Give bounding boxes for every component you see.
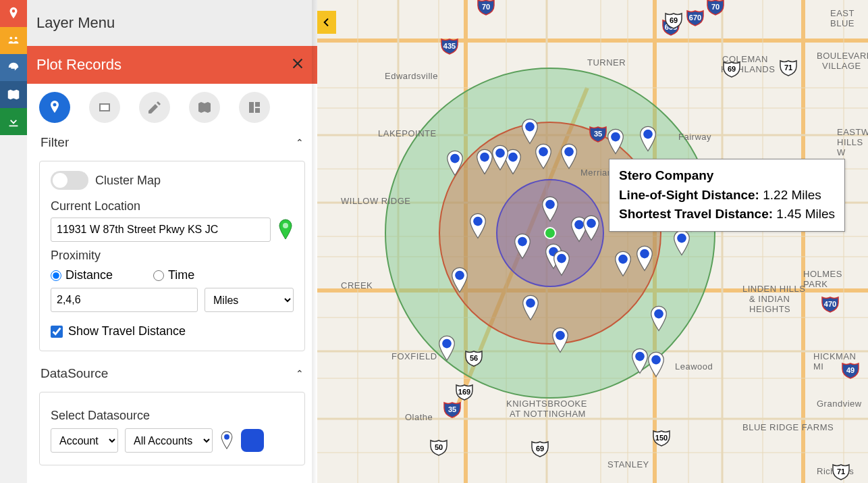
highway-badge-icon: 150 bbox=[652, 428, 671, 447]
tool-grid[interactable] bbox=[239, 92, 270, 123]
datasource-color-swatch[interactable] bbox=[241, 429, 264, 452]
map-pin[interactable] bbox=[649, 305, 669, 332]
sidebar-tab-strip bbox=[0, 0, 27, 483]
current-location-label: Current Location bbox=[51, 199, 294, 213]
svg-text:70: 70 bbox=[711, 3, 720, 11]
svg-text:69: 69 bbox=[536, 444, 544, 453]
svg-point-42 bbox=[526, 299, 535, 308]
plot-records-header: Plot Records bbox=[27, 46, 317, 84]
svg-point-48 bbox=[618, 255, 628, 264]
close-button[interactable] bbox=[290, 56, 305, 74]
map-pin[interactable] bbox=[638, 126, 658, 153]
highway-badge-icon: 670 bbox=[686, 8, 705, 27]
sidebar-tab-territory[interactable] bbox=[0, 81, 27, 108]
info-trv-key: Shortest Travel Distance: bbox=[619, 207, 773, 221]
map-pin[interactable] bbox=[520, 118, 540, 145]
sidebar-tab-direction[interactable] bbox=[0, 54, 27, 81]
tool-pin[interactable] bbox=[39, 92, 70, 123]
tool-draw[interactable] bbox=[139, 92, 170, 123]
map-pin[interactable] bbox=[550, 327, 570, 354]
svg-point-59 bbox=[455, 271, 464, 280]
map-pin[interactable] bbox=[490, 145, 510, 172]
map-pin[interactable] bbox=[605, 128, 626, 155]
svg-point-0 bbox=[10, 37, 13, 40]
svg-point-33 bbox=[525, 122, 535, 132]
map-pin[interactable] bbox=[540, 196, 560, 223]
highway-badge-icon: 35 bbox=[443, 400, 462, 419]
current-location-marker bbox=[544, 227, 556, 239]
svg-text:35: 35 bbox=[448, 405, 456, 413]
layer-menu-title: Layer Menu bbox=[36, 14, 115, 32]
highway-badge-icon: 169 bbox=[455, 382, 474, 401]
svg-text:56: 56 bbox=[470, 354, 478, 362]
map-pin[interactable] bbox=[551, 250, 572, 277]
time-radio-input[interactable] bbox=[153, 270, 164, 281]
territory-icon bbox=[196, 99, 213, 116]
map-canvas[interactable]: EdwardsvilleTURNERCOLEMANHIGHLANDSBOULEV… bbox=[317, 0, 868, 483]
proximity-label: Proximity bbox=[51, 249, 294, 263]
svg-point-55 bbox=[677, 234, 686, 243]
map-pin[interactable] bbox=[445, 150, 465, 177]
sidebar-tab-download[interactable] bbox=[0, 108, 27, 135]
chevron-up-icon: ⌃ bbox=[296, 368, 304, 379]
map-pin[interactable] bbox=[646, 351, 666, 378]
distance-values-input[interactable] bbox=[51, 288, 198, 312]
svg-text:71: 71 bbox=[784, 63, 792, 72]
svg-point-1 bbox=[15, 37, 18, 40]
map-pin[interactable] bbox=[533, 143, 553, 170]
info-trv-val: 1.45 Miles bbox=[773, 207, 835, 221]
show-travel-label: Show Travel Distance bbox=[68, 324, 186, 338]
highway-badge-icon: 56 bbox=[464, 349, 483, 367]
highway-badge-icon: 69 bbox=[664, 11, 683, 30]
map-pin[interactable] bbox=[437, 335, 457, 362]
map-pin[interactable] bbox=[613, 251, 633, 278]
highway-badge-icon: 49 bbox=[841, 361, 860, 380]
distance-unit-select[interactable]: Miles bbox=[205, 288, 294, 312]
map-pin[interactable] bbox=[468, 213, 488, 240]
distance-radio[interactable]: Distance bbox=[51, 268, 113, 282]
svg-point-52 bbox=[635, 352, 645, 361]
pin-icon bbox=[47, 99, 63, 116]
close-icon bbox=[290, 56, 305, 71]
tool-region[interactable] bbox=[89, 92, 120, 123]
svg-point-41 bbox=[518, 237, 527, 247]
map-pin[interactable] bbox=[450, 267, 470, 294]
region-icon bbox=[97, 99, 113, 116]
svg-point-57 bbox=[555, 331, 565, 340]
time-radio[interactable]: Time bbox=[153, 268, 194, 282]
cluster-map-toggle[interactable] bbox=[51, 171, 88, 190]
sidebar-tab-people[interactable] bbox=[0, 27, 27, 54]
map-pin[interactable] bbox=[634, 245, 655, 272]
svg-text:69: 69 bbox=[670, 16, 678, 24]
panel-collapse-button[interactable] bbox=[317, 11, 336, 34]
map-pin[interactable] bbox=[512, 233, 533, 260]
show-travel-checkbox-row[interactable]: Show Travel Distance bbox=[51, 324, 294, 338]
svg-text:70: 70 bbox=[482, 3, 490, 11]
map-pin[interactable] bbox=[672, 230, 692, 257]
filter-section-header[interactable]: Filter ⌃ bbox=[27, 130, 317, 155]
datasource-card: Select Datasource Account All Accounts bbox=[39, 392, 305, 465]
highway-badge-icon: 69 bbox=[531, 439, 549, 458]
svg-point-35 bbox=[480, 153, 489, 162]
info-name: Stero Company bbox=[619, 166, 835, 186]
highway-badge-icon: 435 bbox=[440, 36, 459, 55]
distance-radio-input[interactable] bbox=[51, 270, 61, 281]
show-travel-checkbox[interactable] bbox=[51, 326, 63, 338]
current-location-input[interactable] bbox=[51, 218, 271, 242]
svg-text:435: 435 bbox=[443, 42, 456, 50]
map-pin[interactable] bbox=[520, 295, 541, 322]
highway-badge-icon: 35 bbox=[589, 124, 607, 143]
map-pin[interactable] bbox=[559, 143, 579, 170]
svg-point-36 bbox=[450, 154, 460, 163]
time-radio-label: Time bbox=[168, 268, 194, 282]
datasource-entity-select[interactable]: Account bbox=[51, 428, 118, 453]
map-pin[interactable] bbox=[581, 215, 601, 242]
datasource-section-header[interactable]: DataSource ⌃ bbox=[27, 361, 317, 386]
sidebar-tab-plot[interactable] bbox=[0, 0, 27, 27]
svg-point-51 bbox=[643, 130, 653, 139]
datasource-view-select[interactable]: All Accounts bbox=[125, 428, 213, 453]
tool-territory[interactable] bbox=[189, 92, 220, 123]
svg-text:49: 49 bbox=[846, 366, 855, 374]
svg-point-3 bbox=[224, 434, 229, 440]
select-datasource-label: Select Datasource bbox=[51, 409, 294, 423]
